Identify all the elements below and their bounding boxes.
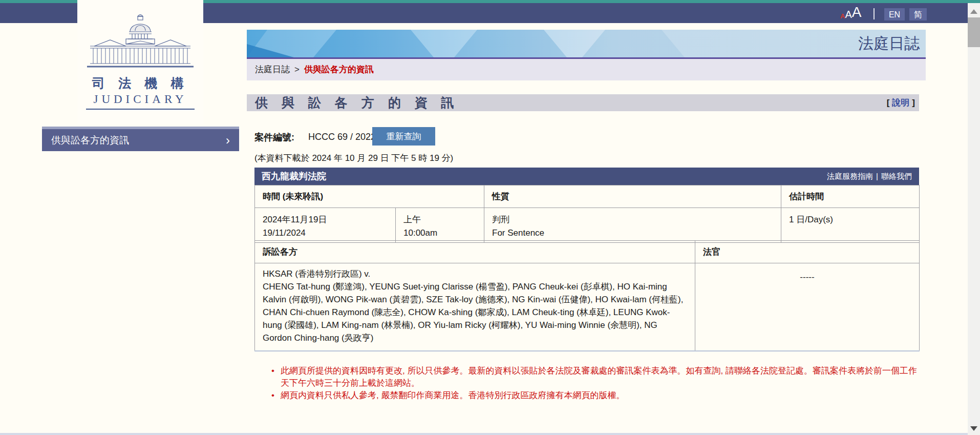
page-title-bar: 供 與 訟 各 方 的 資 訊 [說明] [247,94,919,111]
logo-rule [86,109,195,110]
font-size-medium-button[interactable]: A [845,9,851,19]
parties-versus-line: HKSAR (香港特別行政區) v. [263,267,687,280]
hearing-date-en: 19/11/2024 [263,226,395,240]
sidebar-item-body: 供與訟各方的資訊 › [42,129,239,151]
help-link-group: [說明] [887,94,915,111]
header-divider [874,8,875,19]
disclaimer-section: • 此網頁所提供的資料因時有更改, 所以只供參考。最新的資料以張貼於各法院及審裁… [271,365,922,402]
header-nature: 性質 [484,185,781,208]
parties-table: 訴訟各方 法官 HKSAR (香港特別行政區) v. CHENG Tat-hun… [254,240,920,351]
sidebar-item-label: 供與訟各方的資訊 [51,134,129,147]
judge-value: ----- [800,272,814,282]
hearing-nature-cell: 判刑 For Sentence [484,208,781,243]
hearing-table-header-row: 時間 (未來聆訊) 性質 估計時間 [255,185,920,208]
disclaimer-text: 此網頁所提供的資料因時有更改, 所以只供參考。最新的資料以張貼於各法院及審裁處的… [281,365,918,389]
header-judge: 法官 [695,241,920,263]
language-simplified-button[interactable]: 简 [909,8,927,20]
judge-cell: ----- [695,263,920,351]
hearing-duration-value: 1 日/Day(s) [789,213,919,226]
breadcrumb-current: 供與訟各方的資訊 [304,65,374,74]
page-banner: 法庭日誌 [247,30,926,57]
court-services-guide-link[interactable]: 法庭服務指南 [827,172,873,180]
bullet-icon: • [271,389,281,402]
font-size-small-button[interactable]: A [840,13,845,19]
parties-names: CHENG Tat-hung (鄭達鴻), YEUNG Suet-ying Cl… [263,280,687,344]
hearing-time-en: 10:00am [403,226,484,240]
court-links-separator: | [876,172,878,180]
hearing-table: 時間 (未來聆訊) 性質 估計時間 2024年11月19日 19/11/2024… [254,185,920,243]
chevron-right-icon: › [226,134,230,147]
case-number-value: HCCC 69 / 2022 [308,132,376,142]
header-time: 時間 (未來聆訊) [255,185,484,208]
hearing-time-zh: 上午 [403,213,484,226]
scrollbar-down-icon[interactable] [970,426,977,431]
judiciary-building-icon [86,12,195,73]
bullet-icon: • [271,365,281,389]
contact-us-link[interactable]: 聯絡我們 [881,172,912,180]
help-bracket-close: ] [912,98,915,108]
hearing-row: 2024年11月19日 19/11/2024 上午 10:00am 判刑 For… [255,208,920,243]
parties-table-header-row: 訴訟各方 法官 [255,241,920,263]
parties-cell: HKSAR (香港特別行政區) v. CHENG Tat-hung (鄭達鴻),… [255,263,695,351]
scrollbar-up-icon[interactable] [970,9,977,14]
requery-button[interactable]: 重新查詢 [372,127,435,146]
header-duration: 估計時間 [781,185,920,208]
hearing-nature-zh: 判刑 [492,213,781,226]
help-bracket-open: [ [887,98,890,108]
header-parties: 訴訟各方 [255,241,695,263]
font-size-large-button[interactable]: A [852,5,862,19]
disclaimer-item: • 網頁内資料只供私人參考, 嚴禁翻印作商業用途。香港特別行政區政府擁有本網頁的… [271,389,922,402]
disclaimer-text: 網頁内資料只供私人參考, 嚴禁翻印作商業用途。香港特別行政區政府擁有本網頁的版權… [281,389,918,402]
banner-title: 法庭日誌 [858,33,920,54]
court-links: 法庭服務指南|聯絡我們 [827,172,912,181]
page-title: 供 與 訟 各 方 的 資 訊 [255,94,459,111]
hearing-time-cell: 上午 10:00am [396,208,484,243]
judiciary-logo[interactable]: 司 法 機 構 JUDICIARY [77,0,203,124]
logo-english-text: JUDICIARY [77,93,203,106]
hearing-date-zh: 2024年11月19日 [263,213,395,226]
breadcrumb-separator: > [294,65,300,74]
court-header-bar: 西九龍裁判法院 法庭服務指南|聯絡我們 [254,168,919,185]
download-timestamp-note: (本資料下載於 2024 年 10 月 29 日 下午 5 時 19 分) [254,152,453,164]
logo-chinese-text: 司 法 機 構 [77,75,203,92]
hearing-duration-cell: 1 日/Day(s) [781,208,920,243]
case-number-label: 案件編號: [254,131,294,143]
vertical-scrollbar[interactable] [968,3,980,435]
help-link[interactable]: 說明 [892,98,909,108]
hearing-nature-en: For Sentence [492,226,781,240]
breadcrumb-parent-link[interactable]: 法庭日誌 [255,65,290,74]
disclaimer-item: • 此網頁所提供的資料因時有更改, 所以只供參考。最新的資料以張貼於各法院及審裁… [271,365,922,389]
breadcrumb: 法庭日誌>供與訟各方的資訊 [247,59,926,80]
sidebar-item-parties-info[interactable]: 供與訟各方的資訊 › [42,127,239,151]
parties-row: HKSAR (香港特別行政區) v. CHENG Tat-hung (鄭達鴻),… [255,263,920,351]
scrollbar-thumb[interactable] [968,17,980,47]
hearing-date-cell: 2024年11月19日 19/11/2024 [255,208,396,243]
footer-top-strip [0,433,968,435]
font-size-control[interactable]: A A A [840,5,869,19]
court-name: 西九龍裁判法院 [262,170,326,182]
language-en-button[interactable]: EN [884,8,905,20]
